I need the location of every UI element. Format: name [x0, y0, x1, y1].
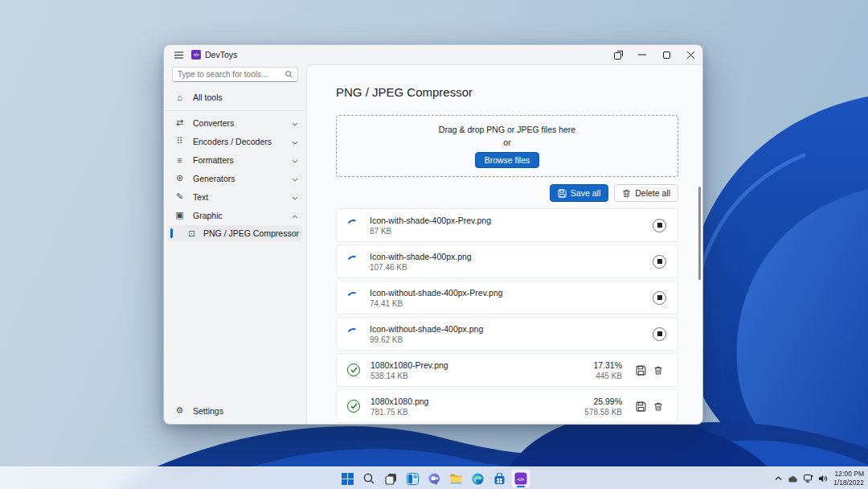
file-name: Icon-without-shade-400px-Prev.png [370, 288, 503, 298]
compression-ratio: 17.31% [593, 360, 622, 370]
compression-ratio: 25.99% [584, 397, 622, 406]
cancel-compression-button[interactable] [653, 255, 666, 269]
clock-date: 1/18/2022 [833, 479, 864, 487]
stop-icon [657, 223, 662, 228]
window-title: DevToys [205, 50, 237, 60]
main-content: PNG / JPEG Compressor Drag & drop PNG or… [306, 64, 702, 424]
store-taskbar-icon[interactable] [489, 469, 509, 488]
chevron-down-icon [292, 137, 298, 146]
sidebar-item-graphic[interactable]: ▣Graphic [164, 206, 306, 224]
save-icon [636, 401, 646, 412]
progress-spinner-icon [346, 327, 361, 342]
sidebar-item-generators[interactable]: ⊛Generators [164, 169, 306, 187]
chevron-down-icon [292, 118, 298, 128]
file-row: Icon-with-shade-400px.png107.46 KB [336, 244, 678, 278]
task-view-taskbar-icon[interactable] [381, 469, 400, 488]
chevron-up-icon [292, 211, 298, 220]
encoders-icon: ⠿ [174, 136, 185, 146]
file-drop-zone[interactable]: Drag & drop PNG or JPEG files here or Br… [336, 115, 678, 177]
save-file-button[interactable] [632, 397, 649, 415]
file-size: 99.62 KB [370, 335, 483, 344]
home-icon: ⌂ [174, 92, 185, 102]
taskbar: </> 12:00 PM 1/18/2022 [0, 466, 868, 489]
devtoys-taskbar-icon[interactable]: </> [511, 469, 530, 488]
close-button[interactable] [678, 46, 702, 64]
save-file-button[interactable] [632, 361, 649, 379]
volume-icon[interactable] [819, 475, 828, 483]
progress-spinner-icon [346, 218, 361, 233]
file-row: 1080x1080.png781.75 KB25.99%578.58 KB [336, 389, 678, 423]
delete-file-button[interactable] [649, 361, 667, 379]
file-row: Icon-with-shade-400px-Prev.png87 KB [336, 208, 678, 242]
generators-icon: ⊛ [174, 173, 185, 183]
search-input[interactable] [178, 70, 285, 79]
save-icon [636, 365, 646, 376]
widgets-taskbar-icon[interactable] [403, 469, 422, 488]
file-name: Icon-with-shade-400px-Prev.png [370, 216, 491, 225]
chevron-down-icon [292, 155, 298, 165]
chat-taskbar-icon[interactable] [424, 469, 444, 488]
edge-taskbar-icon[interactable] [468, 469, 487, 488]
success-check-icon [347, 400, 360, 413]
devtoys-window: </> DevToys [163, 44, 703, 425]
stop-icon [657, 259, 662, 264]
compressed-size: 445 KB [593, 372, 622, 380]
sidebar-item-settings[interactable]: ⚙ Settings [164, 401, 306, 420]
trash-icon [622, 189, 631, 198]
sidebar-item-converters[interactable]: ⇄Converters [164, 113, 306, 132]
maximize-button[interactable] [654, 46, 678, 64]
cancel-compression-button[interactable] [653, 327, 666, 341]
cancel-compression-button[interactable] [653, 291, 666, 305]
success-check-icon [347, 364, 360, 376]
tray-chevron-up-icon[interactable] [775, 476, 782, 481]
browse-files-button[interactable]: Browse files [475, 152, 540, 168]
chevron-down-icon [292, 192, 298, 202]
delete-file-button[interactable] [649, 397, 667, 415]
trash-icon [653, 401, 663, 412]
window-titlebar[interactable]: </> DevToys [164, 45, 702, 64]
search-taskbar-icon[interactable] [359, 469, 379, 488]
sidebar-item-formatters[interactable]: ≡Formatters [164, 150, 306, 169]
onedrive-cloud-icon[interactable] [788, 475, 798, 483]
sidebar-item-encoders-decoders[interactable]: ⠿Encoders / Decoders [164, 132, 306, 150]
save-all-button[interactable]: Save all [550, 184, 608, 202]
delete-all-button[interactable]: Delete all [614, 184, 678, 202]
compressed-size: 578.58 KB [584, 408, 622, 417]
minimize-button[interactable] [630, 46, 654, 64]
hamburger-menu-button[interactable] [170, 47, 186, 62]
progress-spinner-icon [346, 290, 361, 306]
desktop-wallpaper: </> DevToys [0, 0, 868, 489]
formatters-icon: ≡ [174, 155, 185, 165]
sidebar: ⌂ All tools ⇄Converters⠿Encoders / Decod… [164, 64, 306, 424]
search-icon [285, 71, 293, 78]
file-size: 107.46 KB [370, 263, 472, 272]
active-indicator [170, 228, 173, 238]
taskbar-clock[interactable]: 12:00 PM 1/18/2022 [833, 470, 864, 487]
cancel-compression-button[interactable] [653, 219, 666, 232]
text-icon: ✎ [174, 191, 185, 202]
clock-time: 12:00 PM [833, 470, 864, 479]
sidebar-divider [164, 110, 306, 111]
file-row: Icon-without-shade-400px-Prev.png74.41 K… [336, 281, 678, 314]
file-explorer-taskbar-icon[interactable] [446, 469, 465, 488]
stop-icon [657, 331, 662, 336]
file-size: 781.75 KB [371, 408, 428, 417]
tool-search-box[interactable] [172, 67, 298, 82]
network-icon[interactable] [804, 475, 813, 483]
file-size: 538.14 KB [371, 372, 448, 380]
file-name: Icon-with-shade-400px.png [370, 252, 472, 261]
dropzone-instruction: Drag & drop PNG or JPEG files here [439, 125, 575, 134]
compact-overlay-button[interactable] [606, 46, 630, 64]
image-icon: ⊡ [186, 229, 197, 238]
sidebar-item-all-tools[interactable]: ⌂ All tools [164, 88, 306, 106]
svg-text:</>: </> [518, 476, 525, 482]
sidebar-item-png-jpeg-compressor[interactable]: ⊡ PNG / JPEG Compressor [168, 225, 302, 241]
start-taskbar-icon[interactable] [338, 469, 357, 488]
file-row: 1080x1080-Prev.png538.14 KB17.31%445 KB [336, 353, 678, 387]
file-name: 1080x1080.png [371, 397, 428, 406]
sidebar-item-text[interactable]: ✎Text [164, 187, 306, 206]
content-scrollbar[interactable] [698, 187, 701, 280]
chevron-down-icon [292, 174, 298, 183]
converters-icon: ⇄ [174, 117, 185, 128]
trash-icon [653, 365, 663, 376]
